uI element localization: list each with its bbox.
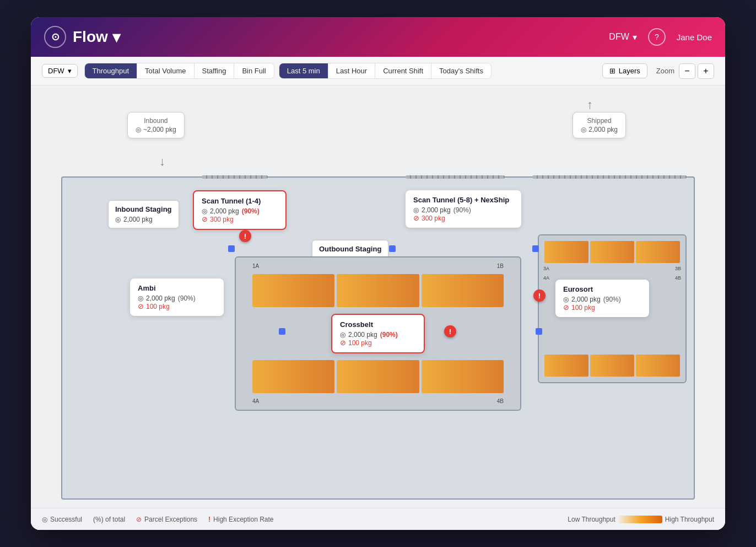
sort-lanes-bottom [252,360,504,393]
scan-tunnel-58-popup: Scan Tunnel (5-8) + NexShip ◎ 2,000 pkg … [406,190,521,228]
sq-connector-3 [532,245,539,252]
legend-high-exc-icon: ! [208,516,210,523]
st14-alert-dot: ! [239,230,251,242]
st58-exc-icon: ⊘ [413,214,419,222]
es-check-icon: ◎ [563,296,569,303]
ambi-exc-icon: ⊘ [138,302,144,310]
sort-area-bg: 1A 1B 4A 4B Crossbelt ◎ 2,000 pkg (90%) … [235,256,521,411]
eurosort-area: 3A 3B 4A 4B Eurosort ◎ 2,000 pkg (90%) ⊘… [538,234,687,383]
tab-staffing[interactable]: Staffing [195,63,235,78]
legend-parcel-exceptions: ⊘ Parcel Exceptions [136,516,197,523]
tab-current-shift[interactable]: Current Shift [375,63,431,78]
global-location-chevron: ▾ [633,32,637,42]
layers-button[interactable]: ⊞ Layers [602,63,647,78]
ambi-title: Ambi [138,284,216,292]
tab-bin-full[interactable]: Bin Full [234,63,273,78]
layers-label: Layers [619,67,640,75]
layers-icon: ⊞ [609,67,615,75]
inbound-check-icon: ◎ [136,126,141,133]
st14-value: 2,000 pkg [210,207,239,215]
es-value: 2,000 pkg [571,296,601,303]
legend-high-exception: ! High Exception Rate [208,516,273,523]
legend-successful-label: Successful [50,516,82,523]
shipped-arrow-up: ↑ [587,98,593,112]
zoom-controls: − + [679,63,714,79]
shipped-node: Shipped ◎ 2,000 pkg [573,112,626,138]
eurosort-value-row: ◎ 2,000 pkg (90%) [563,296,641,303]
shipped-value: ◎ 2,000 pkg [581,126,618,133]
lane-label-1a: 1A [252,263,259,269]
crossbelt-title: Crossbelt [340,320,416,329]
cb-exception: 100 pkg [348,339,372,347]
legend-high-throughput-label: High Throughput [665,516,714,523]
global-location-selector[interactable]: DFW ▾ [609,32,636,42]
legend-low-throughput-label: Low Throughput [568,516,615,523]
track-top-3 [532,175,687,179]
sq-connector-5 [536,328,542,335]
header-left: ⊙ Flow ▾ [44,26,120,48]
sq-connector-2 [389,245,396,252]
eurosort-title: Eurosort [563,285,641,293]
ambi-value-row: ◎ 2,000 pkg (90%) [138,294,216,302]
zoom-in-button[interactable]: + [698,63,714,79]
st14-exc-icon: ⊘ [202,215,208,223]
legend-successful: ◎ Successful [42,516,82,523]
sq-connector-1 [228,245,235,252]
es-exception: 100 pkg [571,304,595,312]
flow-canvas: Inbound ◎ ~2,000 pkg ↓ Shipped ◎ 2,000 p… [31,85,725,530]
inbound-value: ◎ ~2,000 pkg [136,126,176,133]
lane-label-1b: 1B [497,263,504,269]
help-button[interactable]: ? [648,28,666,46]
crossbelt-value-row: ◎ 2,000 pkg (90%) [340,331,416,339]
crossbelt-alert-dot: ! [444,325,456,337]
app-logo: ⊙ [44,26,66,48]
es-lane-3b: 3B [675,266,681,271]
ambi-popup: Ambi ◎ 2,000 pkg (90%) ⊘ 100 pkg [130,278,224,316]
ambi-value: 2,000 pkg [146,294,175,302]
shipped-value-text: 2,000 pkg [588,126,618,133]
global-location-label: DFW [609,32,629,42]
es-exc-icon: ⊘ [563,303,569,312]
view-tab-group: Throughput Total Volume Staffing Bin Ful… [84,63,274,79]
track-top-1 [202,175,268,179]
st58-check-icon: ◎ [413,206,419,214]
shipped-check-icon: ◎ [581,126,586,133]
legend-check-icon: ◎ [42,516,47,523]
st14-title: Scan Tunnel (1-4) [202,197,278,205]
app-title-chevron[interactable]: ▾ [112,28,120,46]
st14-exception-row: ⊘ 300 pkg [202,215,278,223]
zoom-label: Zoom [656,67,674,75]
inbound-staging-box: Inbound Staging ◎ 2,000 pkg [108,200,179,228]
st58-title: Scan Tunnel (5-8) + NexShip [413,196,514,204]
tab-last-5min[interactable]: Last 5 min [279,63,328,78]
toolbar: DFW ▾ Throughput Total Volume Staffing B… [31,57,725,85]
cb-value: 2,000 pkg [348,331,377,339]
eurosort-lanes-bottom [544,355,680,377]
lane-label-4a: 4A [252,398,259,404]
st58-value: 2,000 pkg [422,206,451,214]
inbound-value-text: ~2,000 pkg [143,126,176,133]
inbound-staging-value: ◎ 2,000 pkg [115,216,172,223]
cb-pct: (90%) [380,331,398,339]
tab-throughput[interactable]: Throughput [85,63,138,78]
ambi-exception-row: ⊘ 100 pkg [138,302,216,310]
scan-tunnel-14-popup: Scan Tunnel (1-4) ◎ 2,000 pkg (90%) ⊘ 30… [193,190,287,230]
tab-total-volume[interactable]: Total Volume [137,63,194,78]
st58-exception: 300 pkg [422,214,445,222]
ambi-pct: (90%) [178,294,196,302]
es-exception-row: ⊘ 100 pkg [563,303,641,312]
shipped-title: Shipped [581,117,618,125]
zoom-out-button[interactable]: − [679,63,695,79]
ambi-exception: 100 pkg [146,303,170,310]
st14-exception: 300 pkg [210,216,234,223]
app-window: ⊙ Flow ▾ DFW ▾ ? Jane Doe DFW ▾ Throughp… [31,17,725,530]
inbound-staging-title: Inbound Staging [115,205,172,213]
legend-pct: (%) of total [93,516,125,523]
location-selector[interactable]: DFW ▾ [42,64,78,78]
tab-last-hour[interactable]: Last Hour [328,63,375,78]
tab-todays-shifts[interactable]: Today's Shifts [431,63,491,78]
inbound-arrow-down: ↓ [159,154,165,169]
legend-high-exception-label: High Exception Rate [213,516,273,523]
legend-exc-icon: ⊘ [136,516,142,523]
help-icon: ? [655,33,659,41]
